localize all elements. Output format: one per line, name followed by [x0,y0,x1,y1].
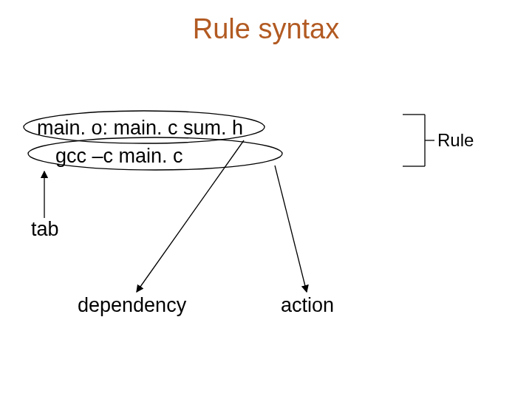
rule-label: Rule [437,130,474,151]
rule-dependency-line: main. o: main. c sum. h [37,117,243,140]
action-label: action [281,294,334,317]
diagram-stage: Rule syntax main. o: main. c sum. h gcc … [0,0,532,399]
rule-action-line: gcc –c main. c [55,145,183,168]
rule-bracket [403,115,434,166]
dependency-label: dependency [78,294,186,317]
connectors-overlay [0,0,532,399]
slide-title: Rule syntax [0,13,532,45]
action-arrow [275,166,307,292]
tab-label: tab [31,218,59,241]
